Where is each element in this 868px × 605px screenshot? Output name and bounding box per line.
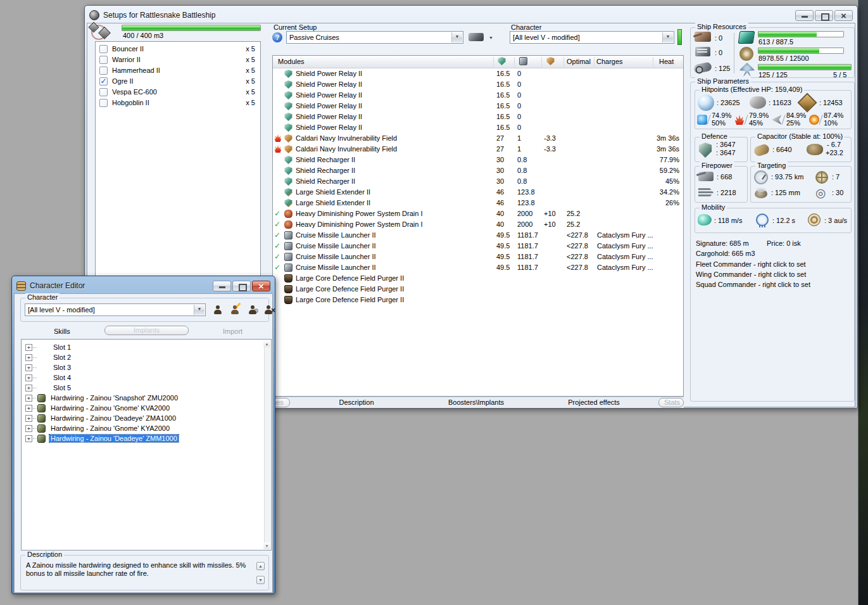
tree-hardwiring-row[interactable]: +Hardwiring - Zainou 'Deadeye' ZMM1000 (22, 433, 271, 443)
expand-plus-icon[interactable]: + (25, 354, 32, 361)
ship-browser-caret-icon[interactable]: ▼ (489, 35, 493, 40)
module-row[interactable]: Large Core Defence Field Purger II (273, 273, 683, 284)
module-row[interactable]: Shield Power Relay II16.50 (273, 111, 683, 122)
character-editor-dropdown[interactable]: [All level V - modified] (25, 303, 206, 316)
module-row[interactable]: ✓Heavy Diminishing Power System Drain I4… (273, 208, 683, 219)
stats-panel-button[interactable]: Stats (658, 398, 684, 407)
scroll-down-icon[interactable]: ▼ (256, 576, 265, 584)
squad-commander-link[interactable]: Squad Commander - right click to set (696, 281, 810, 288)
targeting-range-icon (754, 170, 768, 184)
module-row[interactable]: Large Core Defence Field Purger II (273, 284, 683, 295)
module-row[interactable]: ✓Cruise Missile Launcher II49.51181.7<22… (273, 241, 683, 252)
expand-plus-icon[interactable]: + (25, 425, 32, 432)
modules-header[interactable]: Modules Optimal Charges Heat (273, 56, 683, 68)
module-cpu: 30 (496, 156, 504, 163)
maximize-button[interactable] (815, 10, 833, 21)
module-row[interactable]: Shield Power Relay II16.50 (273, 68, 683, 79)
drone-checkbox[interactable] (99, 67, 108, 75)
maximize-button[interactable] (232, 281, 251, 291)
drone-checkbox[interactable] (99, 88, 108, 96)
tab-boosters-implants[interactable]: Boosters\Implants (448, 398, 504, 406)
minimize-button[interactable] (795, 10, 814, 21)
tree-hardwiring-row[interactable]: +Hardwiring - Zainou 'Gnome' KYA2000 (22, 423, 271, 433)
module-row[interactable]: Shield Power Relay II16.50 (273, 79, 683, 90)
tab-implants[interactable]: Implants (104, 326, 189, 335)
module-row[interactable]: ✓Cruise Missile Launcher II49.51181.7<22… (273, 262, 683, 273)
module-row[interactable]: Large Core Defence Field Purger II (273, 295, 683, 305)
close-button[interactable] (834, 10, 853, 21)
module-row[interactable]: Large Shield Extender II46123.834.2% (273, 187, 683, 198)
expand-plus-icon[interactable]: + (25, 385, 32, 392)
tree-slot-row[interactable]: +Slot 5 (22, 383, 271, 393)
drone-row[interactable]: Warrior IIx 5 (96, 54, 260, 65)
module-row[interactable]: Shield Recharger II300.845% (273, 176, 683, 187)
tab-import[interactable]: Import (223, 328, 242, 335)
scroll-down-icon[interactable]: ▼ (263, 542, 270, 549)
capacitor-boost: +23.2 (826, 149, 843, 156)
module-row[interactable]: ✓Cruise Missile Launcher II49.51181.7<22… (273, 252, 683, 262)
setups-titlebar[interactable]: Setups for Rattlesnake Battleship (87, 8, 855, 23)
module-row[interactable]: Shield Power Relay II16.50 (273, 101, 683, 111)
new-character-icon[interactable] (213, 305, 223, 315)
character-editor-titlebar[interactable]: Character Editor (14, 278, 273, 293)
expand-plus-icon[interactable]: + (25, 364, 32, 371)
help-icon[interactable]: ? (272, 32, 282, 42)
ship-browser-icon[interactable] (469, 33, 484, 41)
expand-plus-icon[interactable]: + (25, 405, 32, 412)
tree-hardwiring-row[interactable]: +Hardwiring - Zainou 'Gnome' KVA2000 (22, 403, 271, 413)
tab-description[interactable]: Description (339, 398, 374, 406)
tree-hardwiring-row[interactable]: +Hardwiring - Zainou 'Deadeye' ZMA1000 (22, 413, 271, 423)
drone-checkbox[interactable] (99, 45, 108, 53)
chevron-down-icon[interactable] (194, 305, 204, 315)
chevron-down-icon[interactable] (451, 32, 462, 42)
expand-plus-icon[interactable]: + (25, 435, 32, 442)
expand-plus-icon[interactable]: + (25, 415, 32, 422)
implant-tree[interactable]: ▲ ▼ +Slot 1+Slot 2+Slot 3+Slot 4+Slot 5+… (21, 339, 272, 551)
drone-row[interactable]: ✓Ogre IIx 5 (96, 76, 260, 87)
tree-slot-row[interactable]: +Slot 2 (22, 352, 271, 362)
current-setup-dropdown[interactable]: Passive Cruises (286, 31, 463, 44)
drone-row[interactable]: Vespa EC-600x 5 (96, 87, 260, 98)
tree-slot-row[interactable]: +Slot 1 (22, 342, 271, 352)
modules-list[interactable]: Shield Power Relay II16.50Shield Power R… (273, 68, 683, 396)
module-row[interactable]: Large Shield Extender II46123.826% (273, 198, 683, 208)
drone-row[interactable]: Hobgoblin IIx 5 (96, 98, 260, 108)
module-row[interactable]: Shield Power Relay II16.50 (273, 90, 683, 101)
module-status (274, 70, 282, 78)
module-row[interactable]: Shield Recharger II300.877.9% (273, 155, 683, 165)
drone-row[interactable]: Bouncer IIx 5 (96, 44, 260, 54)
module-row[interactable]: Shield Recharger II300.859.2% (273, 165, 683, 176)
character-dropdown[interactable]: [All level V - modified] (510, 31, 674, 44)
wing-commander-link[interactable]: Wing Commander - right click to set (696, 271, 806, 278)
tab-skills[interactable]: Skills (54, 328, 70, 335)
kinetic-resist-shield: 84.9% (786, 111, 806, 119)
delete-character-icon[interactable]: × (263, 305, 274, 315)
expand-plus-icon[interactable]: + (25, 395, 32, 402)
module-name: Cruise Missile Launcher II (296, 264, 376, 271)
close-button[interactable] (252, 281, 270, 291)
module-row[interactable]: Caldari Navy Invulnerability Field271-3.… (273, 133, 683, 144)
drone-checkbox[interactable]: ✓ (99, 77, 108, 86)
tree-hardwiring-row[interactable]: +Hardwiring - Zainou 'Snapshot' ZMU2000 (22, 393, 271, 403)
copy-character-icon[interactable] (248, 305, 258, 315)
fleet-commander-link[interactable]: Fleet Commander - right click to set (696, 260, 806, 268)
drone-row[interactable]: Hammerhead IIx 5 (96, 65, 260, 76)
expand-plus-icon[interactable]: + (25, 344, 32, 351)
module-row[interactable]: Shield Power Relay II16.50 (273, 122, 683, 133)
tree-slot-row[interactable]: +Slot 3 (22, 362, 271, 373)
module-name: Shield Power Relay II (296, 91, 362, 99)
minimize-button[interactable] (213, 281, 231, 291)
module-row[interactable]: Caldari Navy Invulnerability Field271-3.… (273, 144, 683, 155)
expand-plus-icon[interactable]: + (25, 374, 32, 381)
chevron-down-icon[interactable] (662, 32, 673, 42)
capacitor-group: Capacitor (Stable at: 100%) : 6640 - 6.7… (750, 137, 852, 162)
drone-checkbox[interactable] (99, 56, 108, 64)
module-cpu: 49.5 (496, 253, 510, 260)
rename-character-icon[interactable] (230, 305, 240, 315)
module-row[interactable]: ✓Cruise Missile Launcher II49.51181.7<22… (273, 230, 683, 241)
scroll-up-icon[interactable]: ▲ (256, 562, 265, 570)
drone-checkbox[interactable] (99, 99, 108, 107)
tab-projected-effects[interactable]: Projected effects (568, 398, 620, 406)
tree-slot-row[interactable]: +Slot 4 (22, 373, 271, 383)
module-row[interactable]: ✓Heavy Diminishing Power System Drain I4… (273, 219, 683, 230)
